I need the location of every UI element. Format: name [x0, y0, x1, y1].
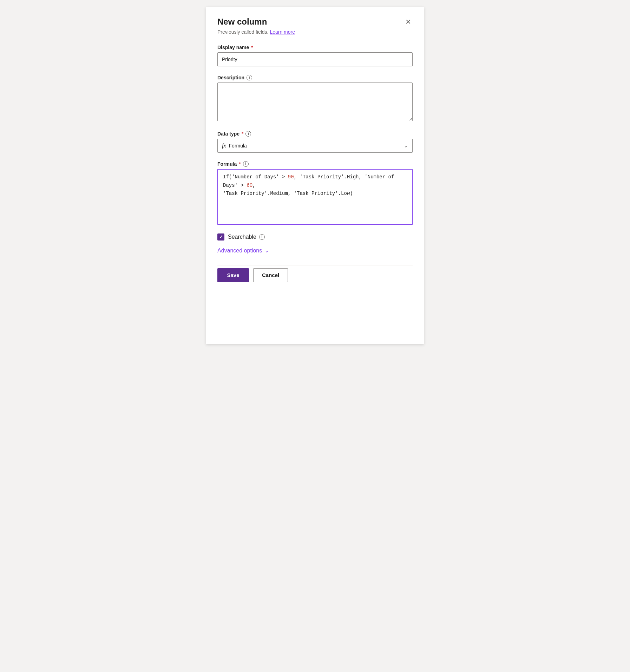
advanced-options-label: Advanced options: [217, 248, 262, 254]
display-name-label: Display name *: [217, 45, 413, 50]
formula-label: Formula * i: [217, 161, 413, 167]
advanced-chevron-icon: ⌄: [265, 248, 269, 253]
new-column-panel: New column ✕ Previously called fields. L…: [206, 7, 424, 344]
description-textarea[interactable]: [217, 83, 413, 121]
searchable-info-icon: i: [259, 234, 265, 240]
required-star-datatype: *: [242, 131, 243, 137]
searchable-label: Searchable i: [228, 234, 265, 240]
panel-header: New column ✕: [217, 17, 413, 27]
checkmark-icon: ✓: [219, 235, 223, 239]
formula-input[interactable]: If('Number of Days' > 90, 'Task Priority…: [217, 169, 413, 225]
display-name-input[interactable]: [217, 52, 413, 66]
formula-info-icon: i: [243, 161, 249, 167]
display-name-group: Display name *: [217, 45, 413, 66]
description-group: Description i: [217, 75, 413, 123]
description-label: Description i: [217, 75, 413, 80]
save-button[interactable]: Save: [217, 268, 249, 282]
required-star-formula: *: [239, 161, 241, 167]
searchable-checkbox[interactable]: ✓: [217, 233, 224, 241]
cancel-button[interactable]: Cancel: [253, 268, 288, 282]
required-star: *: [251, 45, 253, 50]
data-type-info-icon: i: [245, 131, 251, 137]
chevron-down-icon: ⌄: [404, 143, 408, 149]
searchable-row: ✓ Searchable i: [217, 233, 413, 241]
data-type-label: Data type * i: [217, 131, 413, 137]
data-type-value: Formula: [229, 143, 247, 149]
panel-subtitle: Previously called fields. Learn more: [217, 29, 413, 35]
data-type-select-left: fx Formula: [222, 143, 247, 149]
data-type-select[interactable]: fx Formula ⌄: [217, 139, 413, 153]
fx-icon: fx: [222, 143, 226, 149]
data-type-group: Data type * i fx Formula ⌄: [217, 131, 413, 153]
description-info-icon: i: [247, 75, 252, 80]
formula-group: Formula * i If('Number of Days' > 90, 'T…: [217, 161, 413, 225]
close-button[interactable]: ✕: [404, 18, 413, 26]
advanced-options-row[interactable]: Advanced options ⌄: [217, 248, 413, 254]
subtitle-text: Previously called fields.: [217, 29, 269, 35]
panel-title: New column: [217, 17, 267, 27]
footer-buttons: Save Cancel: [217, 265, 413, 282]
learn-more-link[interactable]: Learn more: [270, 29, 295, 35]
